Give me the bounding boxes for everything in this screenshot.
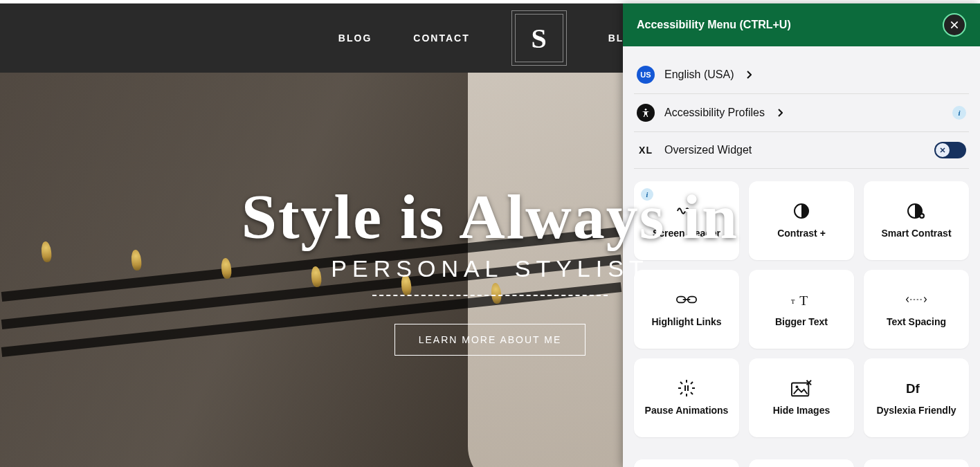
tile-label: Dyslexia Friendly bbox=[876, 405, 956, 416]
accessibility-panel-body[interactable]: US English (USA) Accessibility Profiles … bbox=[623, 46, 980, 467]
primary-nav: BLOG CONTACT S BLOG bbox=[338, 10, 642, 66]
toggle-off-x-icon bbox=[938, 146, 947, 154]
tile-dyslexia-friendly[interactable]: Df Dyslexia Friendly bbox=[864, 358, 969, 437]
tile-label: Contrast + bbox=[777, 228, 826, 239]
tile-highlight-links[interactable]: Highlight Links bbox=[634, 270, 739, 349]
tile-label: Highlight Links bbox=[651, 316, 721, 327]
language-row[interactable]: US English (USA) bbox=[634, 56, 969, 94]
svg-rect-19 bbox=[687, 385, 689, 391]
tile-label: Text Spacing bbox=[887, 316, 946, 327]
tile-text-spacing[interactable]: Text Spacing bbox=[864, 270, 969, 349]
tile-peek[interactable] bbox=[864, 459, 969, 467]
link-icon bbox=[676, 291, 697, 308]
contrast-icon bbox=[791, 203, 812, 219]
xl-badge-icon: XL bbox=[637, 145, 655, 156]
accessibility-tiles-grid-next-row bbox=[634, 447, 969, 467]
toggle-knob bbox=[936, 143, 950, 157]
close-button[interactable] bbox=[943, 13, 966, 37]
tile-bigger-text[interactable]: тT Bigger Text bbox=[749, 270, 854, 349]
svg-line-16 bbox=[680, 392, 682, 394]
pause-animations-icon bbox=[676, 380, 697, 396]
accessibility-panel-title: Accessibility Menu (CTRL+U) bbox=[637, 19, 791, 31]
oversized-widget-row: XL Oversized Widget bbox=[634, 132, 969, 169]
dyslexia-friendly-icon: Df bbox=[906, 380, 927, 396]
accessibility-profiles-icon bbox=[637, 104, 655, 122]
hero-subtitle: PERSONAL STYLIST bbox=[331, 255, 648, 282]
nav-link-blog[interactable]: BLOG bbox=[338, 33, 372, 44]
site-logo[interactable]: S bbox=[511, 10, 567, 66]
hero-divider bbox=[372, 295, 608, 296]
svg-rect-18 bbox=[684, 385, 686, 391]
language-badge: US bbox=[637, 66, 655, 84]
svg-text:Df: Df bbox=[906, 381, 920, 396]
svg-line-14 bbox=[680, 382, 682, 384]
tile-label: Bigger Text bbox=[775, 316, 828, 327]
smart-contrast-icon bbox=[906, 203, 927, 219]
svg-text:T: T bbox=[799, 293, 808, 307]
hero-title: Style is Always in bbox=[242, 185, 738, 248]
language-label: English (USA) bbox=[664, 68, 734, 81]
svg-point-0 bbox=[645, 109, 647, 111]
chevron-right-icon bbox=[746, 71, 752, 79]
accessibility-panel-header: Accessibility Menu (CTRL+U) bbox=[623, 3, 980, 46]
oversized-widget-toggle[interactable] bbox=[934, 142, 966, 158]
oversized-widget-label: Oversized Widget bbox=[664, 144, 752, 156]
tile-label: Pause Animations bbox=[645, 405, 729, 416]
chevron-right-icon bbox=[777, 109, 783, 117]
tile-peek[interactable] bbox=[749, 459, 854, 467]
tile-hide-images[interactable]: Hide Images bbox=[749, 358, 854, 437]
tile-label: Hide Images bbox=[773, 405, 830, 416]
learn-more-button[interactable]: LEARN MORE ABOUT ME bbox=[394, 324, 586, 356]
text-spacing-icon bbox=[906, 291, 927, 308]
tile-peek[interactable] bbox=[634, 459, 739, 467]
svg-text:т: т bbox=[791, 296, 795, 306]
svg-line-15 bbox=[691, 392, 693, 394]
close-icon bbox=[949, 19, 960, 30]
tile-smart-contrast[interactable]: Smart Contrast bbox=[864, 181, 969, 260]
site-logo-letter: S bbox=[515, 14, 563, 62]
svg-point-21 bbox=[796, 385, 799, 388]
nav-link-contact[interactable]: CONTACT bbox=[413, 33, 469, 44]
tile-label: Smart Contrast bbox=[881, 228, 951, 239]
tile-pause-animations[interactable]: Pause Animations bbox=[634, 358, 739, 437]
svg-line-17 bbox=[691, 382, 693, 384]
bigger-text-icon: тT bbox=[791, 291, 812, 308]
hide-images-icon bbox=[791, 380, 812, 396]
profiles-row[interactable]: Accessibility Profiles i bbox=[634, 94, 969, 132]
profiles-label: Accessibility Profiles bbox=[664, 107, 765, 119]
info-icon[interactable]: i bbox=[952, 106, 966, 120]
tile-contrast-plus[interactable]: Contrast + bbox=[749, 181, 854, 260]
